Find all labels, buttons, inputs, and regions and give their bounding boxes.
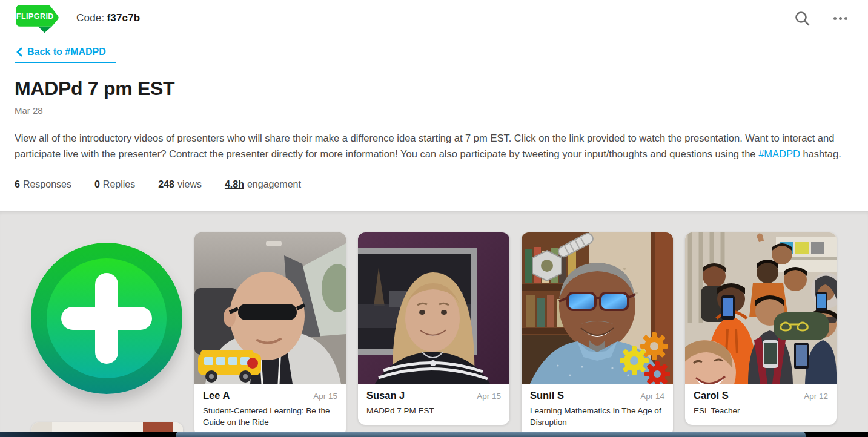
topic-header-panel: Back to #MADPD MADPd 7 pm EST Mar 28 Vie… [0,36,868,211]
replies-label: Replies [103,179,135,189]
response-date: Apr 15 [477,392,501,401]
views-count: 248 [158,179,174,189]
topic-description: View all of the introductory videos of p… [15,131,853,162]
more-options-button[interactable] [831,15,850,22]
chevron-left-icon [16,47,22,57]
response-date: Apr 12 [804,392,828,401]
stat-views: 248views [158,179,202,190]
responder-name: Sunil S [530,390,564,401]
description-text-2: hashtag. [800,148,841,159]
stat-replies: 0Replies [94,179,135,190]
responses-count: 6 [15,179,20,189]
page-title: MADPd 7 pm EST [15,77,853,100]
response-title: MADPd 7 PM EST [366,406,501,417]
add-response-button[interactable] [31,243,182,394]
response-title: ESL Teacher [694,406,828,417]
responder-name: Lee A [203,390,230,401]
ellipsis-icon [833,17,847,20]
video-thumbnail [194,232,346,384]
add-response-tile [31,243,182,394]
code-label: Code: [76,12,104,24]
response-card-carol[interactable]: Carol S Apr 12 ESL Teacher [685,232,837,425]
response-card-lee[interactable]: Lee A Apr 15 Student-Centered Learning: … [194,232,346,436]
back-link-label: Back to #MADPD [27,47,106,58]
grid-code: Code:f37c7b [76,12,140,24]
response-date: Apr 14 [640,392,664,401]
top-bar: FLIPGRID Code:f37c7b [0,0,868,36]
views-label: views [177,179,202,189]
responder-name: Susan J [366,390,405,401]
flipgrid-logo[interactable]: FLIPGRID [15,2,62,34]
stat-responses: 6Responses [15,179,71,190]
description-text-1: View all of the introductory videos of p… [15,133,834,159]
search-button[interactable] [792,8,813,29]
replies-count: 0 [94,179,100,189]
video-thumbnail [685,232,837,384]
responder-name: Carol S [694,390,729,401]
back-link[interactable]: Back to #MADPD [15,45,116,63]
response-title: Learning Mathematics In The Age of Disru… [530,406,664,429]
topic-date: Mar 28 [15,105,853,116]
bottom-progress-bar [0,432,868,437]
response-card-sunil[interactable]: Sunil S Apr 14 Learning Mathematics In T… [522,232,673,436]
responses-label: Responses [23,179,71,189]
response-card-susan[interactable]: Susan J Apr 15 MADPd 7 PM EST [358,232,509,425]
svg-text:FLIPGRID: FLIPGRID [16,12,54,21]
video-thumbnail [522,232,673,384]
plus-icon [61,273,152,364]
stat-engagement: 4.8hengagement [225,179,301,190]
engagement-value: 4.8h [225,179,244,189]
code-value: f37c7b [107,12,140,24]
engagement-label: engagement [247,179,301,189]
topic-stats: 6Responses 0Replies 248views 4.8hengagem… [15,179,853,190]
scrubber-handle[interactable] [176,432,806,437]
search-icon [794,10,810,27]
responses-grid: Lee A Apr 15 Student-Centered Learning: … [0,211,868,437]
video-thumbnail [358,232,509,384]
response-title: Student-Centered Learning: Be the Guide … [203,406,337,429]
hashtag-link[interactable]: #MADPD [758,148,800,159]
response-date: Apr 15 [313,392,337,401]
